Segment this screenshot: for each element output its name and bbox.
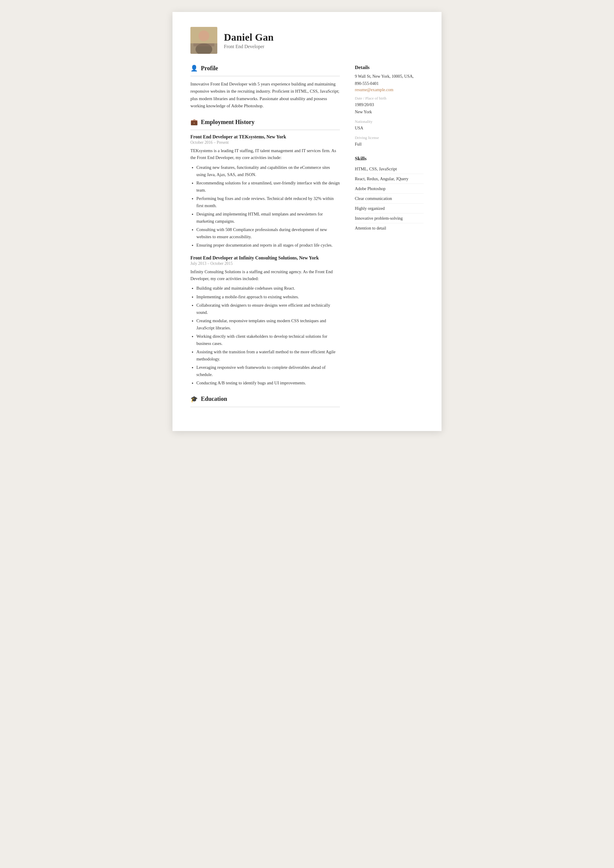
employment-title: 💼 Employment History: [191, 118, 340, 126]
details-address: 9 Wall St, New York, 10005, USA,: [355, 73, 423, 80]
job-2: Front End Developer at Infinity Consulti…: [191, 255, 340, 386]
resume-header: Daniel Gan Front End Developer: [191, 27, 423, 54]
profile-divider: [191, 76, 340, 76]
job-1-bullet-4: Designing and implementing HTML email te…: [196, 211, 340, 225]
skill-3: Adobe Photoshop: [355, 184, 423, 194]
job-1-description: TEKsystems is a leading IT staffing, IT …: [191, 147, 340, 161]
details-dob: 1989/20/03: [355, 101, 423, 108]
job-2-bullet-8: Conducting A/B testing to identify bugs …: [196, 379, 340, 386]
svg-point-2: [198, 31, 209, 41]
education-icon: 🎓: [191, 395, 198, 403]
job-2-bullet-2: Implementing a mobile-first approach to …: [196, 293, 340, 301]
skill-2: React, Redux, Angular, JQuery: [355, 174, 423, 184]
svg-rect-4: [194, 43, 214, 46]
job-2-description: Infinity Consulting Solutions is a staff…: [191, 268, 340, 282]
job-1: Front End Developer at TEKsystems, New Y…: [191, 134, 340, 249]
job-2-dates: July 2013 – October 2015: [191, 261, 340, 266]
skill-6: Innovative problem-solving: [355, 214, 423, 223]
skill-1: HTML, CSS, JavaScript: [355, 164, 423, 174]
resume-document: Daniel Gan Front End Developer 👤 Profile…: [172, 12, 442, 431]
employment-section: 💼 Employment History Front End Developer…: [191, 118, 340, 386]
header-info: Daniel Gan Front End Developer: [224, 32, 274, 49]
job-2-bullet-6: Assisting with the transition from a wat…: [196, 348, 340, 363]
job-2-title: Front End Developer at Infinity Consulti…: [191, 255, 340, 260]
driving-label: Driving license: [355, 135, 423, 140]
skill-5: Highly organized: [355, 203, 423, 214]
job-2-bullets: Building stable and maintainable codebas…: [191, 285, 340, 386]
details-nationality: USA: [355, 125, 423, 132]
employment-divider: [191, 130, 340, 130]
employment-icon: 💼: [191, 118, 198, 126]
job-2-bullet-5: Working directly with client stakeholder…: [196, 333, 340, 347]
job-1-bullet-6: Ensuring proper documentation and report…: [196, 242, 340, 249]
job-2-bullet-3: Collaborating with designers to ensure d…: [196, 302, 340, 316]
skill-7: Attention to detail: [355, 223, 423, 233]
job-2-bullet-4: Creating modular, responsive templates u…: [196, 317, 340, 332]
skill-4: Clear communication: [355, 194, 423, 203]
job-1-bullet-3: Performing bug fixes and code reviews. T…: [196, 195, 340, 209]
education-section: 🎓 Education: [191, 395, 340, 407]
details-title: Details: [355, 65, 423, 71]
nationality-label: Nationality: [355, 119, 423, 124]
profile-title: 👤 Profile: [191, 65, 340, 72]
job-2-bullet-7: Leveraging responsive web frameworks to …: [196, 364, 340, 378]
left-column: 👤 Profile Innovative Front End Developer…: [191, 65, 340, 416]
avatar: [191, 27, 217, 54]
details-birth-place: New York: [355, 108, 423, 116]
details-phone: 890-555-0401: [355, 80, 423, 87]
candidate-name: Daniel Gan: [224, 32, 274, 43]
details-driving: Full: [355, 141, 423, 148]
job-1-bullets: Creating new features, functionality and…: [191, 164, 340, 249]
job-1-dates: October 2016 – Present: [191, 140, 340, 145]
main-layout: 👤 Profile Innovative Front End Developer…: [191, 65, 423, 416]
profile-icon: 👤: [191, 65, 198, 72]
job-1-bullet-1: Creating new features, functionality and…: [196, 164, 340, 178]
skills-section: Skills HTML, CSS, JavaScript React, Redu…: [355, 156, 423, 233]
details-email: resume@example.com: [355, 87, 423, 92]
job-1-bullet-2: Recommending solutions for a streamlined…: [196, 179, 340, 194]
education-title: 🎓 Education: [191, 395, 340, 403]
education-divider: [191, 407, 340, 407]
candidate-title: Front End Developer: [224, 44, 274, 49]
skills-title: Skills: [355, 156, 423, 162]
profile-text: Innovative Front End Developer with 5 ye…: [191, 81, 340, 109]
dob-label: Date / Place of birth: [355, 96, 423, 101]
profile-section: 👤 Profile Innovative Front End Developer…: [191, 65, 340, 109]
job-1-bullet-5: Consulting with 508 Compliance professio…: [196, 226, 340, 240]
right-column: Details 9 Wall St, New York, 10005, USA,…: [355, 65, 423, 416]
job-2-bullet-1: Building stable and maintainable codebas…: [196, 285, 340, 292]
avatar-image: [191, 27, 217, 54]
job-1-title: Front End Developer at TEKsystems, New Y…: [191, 134, 340, 140]
details-section: Details 9 Wall St, New York, 10005, USA,…: [355, 65, 423, 148]
